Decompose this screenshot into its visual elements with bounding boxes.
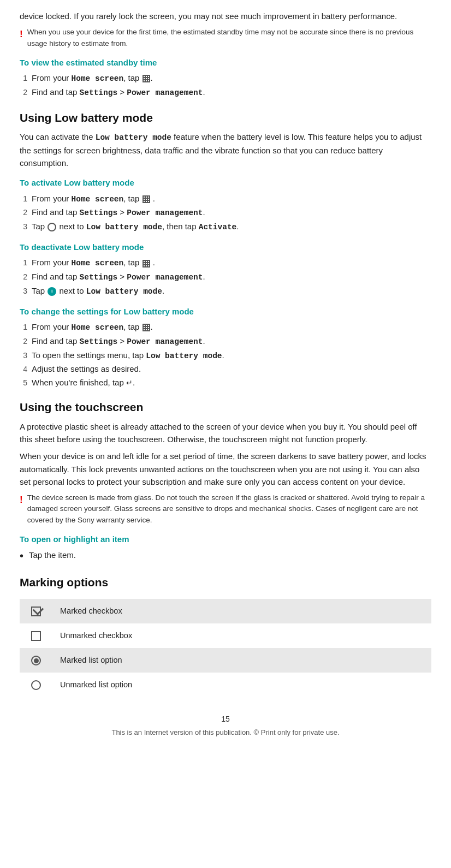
change-step-3: 3 To open the settings menu, tap Low bat… bbox=[20, 349, 431, 362]
change-settings-steps: 1 From your Home screen, tap . 2 Find an… bbox=[20, 321, 431, 389]
open-highlight-bullet-row: • Tap the item. bbox=[20, 549, 431, 564]
radio-unmarked-icon bbox=[31, 680, 41, 690]
warning-row-1: ! When you use your device for the first… bbox=[20, 27, 431, 49]
open-highlight-bullet-text: Tap the item. bbox=[29, 549, 76, 561]
checkbox-unmarked-icon bbox=[31, 631, 41, 641]
table-row: Unmarked checkbox bbox=[20, 623, 431, 648]
touchscreen-para1: A protective plastic sheet is already at… bbox=[20, 420, 431, 446]
deactivate-step-2: 2 Find and tap Settings > Power manageme… bbox=[20, 271, 431, 284]
table-cell-icon-radio-marked bbox=[20, 648, 52, 673]
deactivate-step-3: 3 Tap i next to Low battery mode. bbox=[20, 285, 431, 298]
activate-steps-list: 1 From your Home screen, tap . 2 Find an… bbox=[20, 193, 431, 234]
circle-empty-icon bbox=[48, 223, 56, 231]
change-step-5: 5 When you're finished, tap ↵. bbox=[20, 377, 431, 389]
change-step-4: 4 Adjust the settings as desired. bbox=[20, 363, 431, 376]
circle-filled-icon: i bbox=[48, 287, 56, 296]
radio-marked-icon bbox=[31, 656, 41, 665]
marking-options-heading: Marking options bbox=[20, 574, 431, 591]
standby-steps-list: 1 From your Home screen, tap . 2 Find an… bbox=[20, 72, 431, 99]
activate-step-1: 1 From your Home screen, tap . bbox=[20, 193, 431, 206]
table-cell-label-checkbox-marked: Marked checkbox bbox=[52, 599, 431, 623]
table-cell-icon-radio-unmarked bbox=[20, 673, 52, 697]
deactivate-step-1: 1 From your Home screen, tap . bbox=[20, 257, 431, 270]
grid-icon-2 bbox=[143, 195, 150, 203]
table-row: Marked checkbox bbox=[20, 599, 431, 623]
standby-step-2: 2 Find and tap Settings > Power manageme… bbox=[20, 86, 431, 99]
change-step-2: 2 Find and tap Settings > Power manageme… bbox=[20, 335, 431, 348]
table-row: Marked list option bbox=[20, 648, 431, 673]
touchscreen-para2: When your device is on and left idle for… bbox=[20, 450, 431, 488]
warning-text-1: When you use your device for the first t… bbox=[27, 27, 431, 49]
grid-icon-1 bbox=[143, 75, 150, 82]
activate-step-2: 2 Find and tap Settings > Power manageme… bbox=[20, 206, 431, 219]
table-cell-icon-checkbox-unmarked bbox=[20, 623, 52, 648]
change-settings-heading: To change the settings for Low battery m… bbox=[20, 306, 431, 318]
touchscreen-heading: Using the touchscreen bbox=[20, 399, 431, 416]
marking-table: Marked checkbox Unmarked checkbox Marked… bbox=[20, 599, 431, 697]
deactivate-steps-list: 1 From your Home screen, tap . 2 Find an… bbox=[20, 257, 431, 298]
warning-row-2: ! The device screen is made from glass. … bbox=[20, 492, 431, 526]
back-arrow-icon: ↵ bbox=[126, 378, 133, 387]
bullet-dot: • bbox=[20, 548, 23, 564]
footer-note: This is an Internet version of this publ… bbox=[20, 727, 431, 738]
page-footer: 15 This is an Internet version of this p… bbox=[20, 714, 431, 738]
table-cell-label-checkbox-unmarked: Unmarked checkbox bbox=[52, 623, 431, 648]
deactivate-section-heading: To deactivate Low battery mode bbox=[20, 241, 431, 254]
page-number: 15 bbox=[20, 714, 431, 725]
standby-step-1: 1 From your Home screen, tap . bbox=[20, 72, 431, 85]
table-cell-icon-checkbox-marked bbox=[20, 599, 52, 623]
using-low-battery-heading: Using Low battery mode bbox=[20, 109, 431, 127]
open-highlight-heading: To open or highlight an item bbox=[20, 533, 431, 546]
change-step-1: 1 From your Home screen, tap . bbox=[20, 321, 431, 334]
checkbox-marked-icon bbox=[31, 607, 41, 616]
using-low-battery-para: You can activate the Low battery mode fe… bbox=[20, 130, 431, 169]
table-cell-label-radio-unmarked: Unmarked list option bbox=[52, 673, 431, 697]
table-cell-label-radio-marked: Marked list option bbox=[52, 648, 431, 673]
grid-icon-4 bbox=[143, 324, 150, 331]
warning-text-2: The device screen is made from glass. Do… bbox=[27, 492, 431, 526]
activate-section-heading: To activate Low battery mode bbox=[20, 177, 431, 189]
grid-icon-3 bbox=[143, 260, 150, 267]
table-row: Unmarked list option bbox=[20, 673, 431, 697]
warning-icon-2: ! bbox=[20, 493, 23, 507]
warning-icon-1: ! bbox=[20, 27, 23, 41]
activate-step-3: 3 Tap next to Low battery mode, then tap… bbox=[20, 221, 431, 234]
standby-section-heading: To view the estimated standby time bbox=[20, 57, 431, 69]
intro-para1: device locked. If you rarely lock the sc… bbox=[20, 10, 431, 22]
